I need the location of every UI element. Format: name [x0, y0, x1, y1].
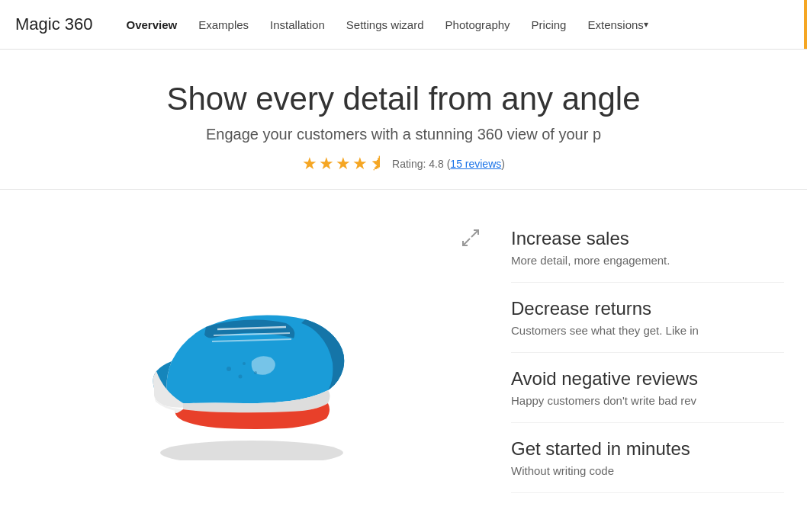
feature-title-2: Decrease returns — [511, 298, 784, 319]
main-content: Increase sales More detail, more engagem… — [0, 190, 807, 510]
star-1: ★ — [302, 154, 317, 174]
product-image — [122, 255, 381, 468]
hero-section: Show every detail from any angle Engage … — [0, 50, 807, 190]
svg-point-8 — [243, 362, 246, 365]
main-nav: Overview Examples Installation Settings … — [116, 0, 659, 50]
nav-examples[interactable]: Examples — [188, 0, 259, 50]
nav-settings-wizard[interactable]: Settings wizard — [336, 0, 435, 50]
svg-point-9 — [254, 371, 257, 374]
feature-title-1: Increase sales — [511, 228, 784, 249]
feature-desc-4: Without writing code — [511, 464, 784, 477]
star-3: ★ — [336, 154, 351, 174]
feature-desc-2: Customers see what they get. Like in — [511, 324, 784, 337]
feature-increase-sales: Increase sales More detail, more engagem… — [511, 220, 784, 283]
rating-row: ★ ★ ★ ★ ⯨ Rating: 4.8 (15 reviews) — [15, 154, 792, 174]
product-area — [0, 213, 503, 510]
svg-line-1 — [463, 239, 470, 245]
nav-extensions[interactable]: Extensions — [577, 0, 658, 50]
svg-line-0 — [471, 230, 478, 237]
feature-get-started: Get started in minutes Without writing c… — [511, 423, 784, 493]
feature-desc-1: More detail, more engagement. — [511, 254, 784, 267]
logo[interactable]: Magic 360 — [15, 14, 93, 34]
star-half: ⯨ — [369, 154, 386, 174]
features-area: Increase sales More detail, more engagem… — [503, 213, 807, 510]
rating-label: Rating: 4.8 (15 reviews) — [392, 158, 505, 170]
svg-point-6 — [227, 367, 231, 371]
header: Magic 360 Overview Examples Installation… — [0, 0, 807, 50]
feature-title-4: Get started in minutes — [511, 438, 784, 460]
nav-photography[interactable]: Photography — [435, 0, 521, 50]
star-2: ★ — [319, 154, 334, 174]
feature-title-3: Avoid negative reviews — [511, 368, 784, 389]
nav-overview[interactable]: Overview — [116, 0, 188, 50]
feature-desc-3: Happy customers don't write bad rev — [511, 394, 784, 407]
expand-icon[interactable] — [461, 228, 481, 252]
nav-installation[interactable]: Installation — [259, 0, 336, 50]
svg-point-7 — [239, 375, 243, 379]
nav-pricing[interactable]: Pricing — [521, 0, 577, 50]
star-4: ★ — [352, 154, 368, 174]
svg-point-2 — [160, 441, 343, 460]
hero-title: Show every detail from any angle — [15, 80, 792, 118]
feature-decrease-returns: Decrease returns Customers see what they… — [511, 283, 784, 353]
reviews-link[interactable]: 15 reviews — [450, 158, 501, 170]
feature-avoid-reviews: Avoid negative reviews Happy customers d… — [511, 353, 784, 423]
stars: ★ ★ ★ ★ ⯨ — [302, 154, 386, 174]
hero-subtitle: Engage your customers with a stunning 36… — [15, 126, 792, 143]
